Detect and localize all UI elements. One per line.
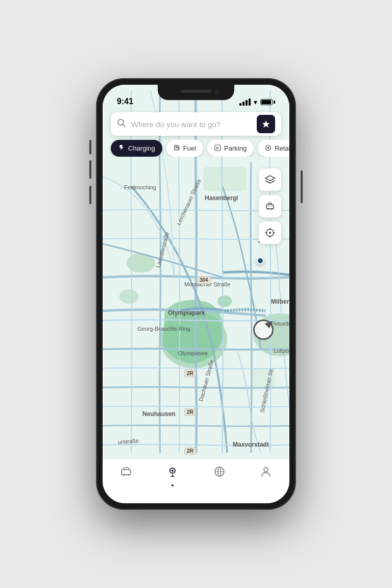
volume-down-button[interactable] — [89, 186, 91, 204]
svg-point-20 — [269, 232, 271, 234]
map-area[interactable]: Feldmoching Hasenbergl Am Hart Euro- Ind… — [103, 85, 289, 458]
car-view-button[interactable] — [259, 195, 281, 217]
notch — [158, 85, 234, 100]
status-icons: ▾ — [239, 98, 275, 106]
location-dot — [257, 257, 264, 264]
fuel-icon — [174, 144, 180, 153]
svg-rect-21 — [121, 470, 131, 475]
svg-text:P: P — [216, 146, 219, 151]
svg-marker-9 — [262, 120, 270, 128]
svg-point-15 — [267, 146, 270, 149]
chip-fuel[interactable]: Fuel — [166, 140, 203, 157]
silent-button[interactable] — [89, 140, 91, 154]
speaker — [181, 90, 211, 93]
chip-charging[interactable]: Charging — [111, 140, 162, 157]
map-nav-icon — [166, 465, 179, 481]
status-time: 9:41 — [117, 97, 133, 106]
chip-retailer[interactable]: Retailer — [258, 140, 289, 157]
person-nav-icon — [259, 465, 273, 481]
retailer-icon — [265, 144, 272, 153]
favorites-button[interactable] — [257, 115, 275, 133]
svg-rect-11 — [176, 146, 177, 148]
chip-parking-label: Parking — [224, 144, 247, 152]
search-placeholder: Where do you want to go? — [131, 120, 252, 129]
locate-button[interactable] — [259, 222, 281, 244]
car-pin — [253, 320, 274, 340]
svg-point-4 — [119, 289, 139, 304]
svg-point-8 — [118, 119, 124, 125]
svg-point-22 — [122, 474, 125, 476]
search-icon — [117, 118, 126, 130]
charging-icon — [118, 144, 125, 153]
volume-up-button[interactable] — [89, 160, 91, 179]
chip-parking[interactable]: P Parking — [207, 140, 254, 157]
phone-frame: 9:41 ▾ — [96, 79, 296, 509]
badge-304: 304 — [197, 276, 211, 284]
front-camera — [214, 89, 220, 95]
filter-chips: Charging Fuel — [103, 140, 289, 157]
svg-point-27 — [264, 468, 268, 472]
nav-active-dot — [172, 484, 174, 486]
phone-screen: 9:41 ▾ — [103, 85, 289, 503]
svg-point-25 — [172, 470, 174, 472]
svg-point-23 — [127, 474, 129, 476]
signal-icon — [239, 99, 251, 106]
map-controls — [259, 168, 281, 244]
nav-item-car[interactable] — [103, 465, 150, 481]
badge-2r-3: 2R — [184, 447, 196, 455]
svg-rect-5 — [203, 167, 246, 191]
nav-item-map[interactable] — [150, 465, 197, 486]
parking-icon: P — [214, 144, 221, 153]
bottom-nav — [103, 458, 289, 503]
nav-item-person[interactable] — [243, 465, 290, 481]
chip-retailer-label: Retailer — [275, 144, 289, 152]
svg-point-7 — [217, 296, 232, 307]
svg-point-18 — [271, 208, 273, 210]
nav-item-globe[interactable] — [196, 465, 243, 481]
search-bar[interactable]: Where do you want to go? — [111, 112, 281, 136]
globe-nav-icon — [213, 465, 226, 481]
svg-point-17 — [267, 208, 269, 210]
wifi-icon: ▾ — [254, 98, 257, 106]
svg-rect-6 — [251, 369, 275, 388]
battery-icon — [260, 99, 275, 105]
power-button[interactable] — [301, 170, 303, 203]
chip-fuel-label: Fuel — [183, 144, 196, 152]
chip-charging-label: Charging — [128, 144, 155, 152]
car-nav-icon — [119, 465, 133, 481]
badge-2r-1: 2R — [184, 370, 196, 377]
badge-2r-2: 2R — [184, 408, 196, 416]
layers-button[interactable] — [259, 168, 281, 191]
